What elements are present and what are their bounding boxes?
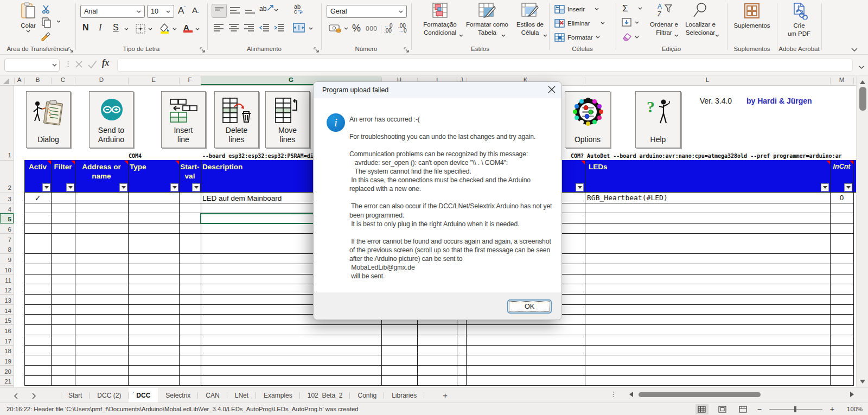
row-header-1[interactable]: 1 bbox=[8, 152, 11, 158]
clear-chevron-icon[interactable] bbox=[635, 36, 639, 39]
wrap-text-button[interactable]: abc bbox=[294, 4, 303, 14]
hscroll-left-icon[interactable] bbox=[629, 392, 633, 397]
vertical-scrollbar[interactable] bbox=[856, 76, 868, 387]
zoom-slider[interactable] bbox=[769, 409, 822, 410]
sheet-tab[interactable]: Config bbox=[350, 388, 384, 403]
format-as-table-button[interactable]: Formatar como Tabela bbox=[462, 2, 512, 36]
create-pdf-button[interactable]: Crie um PDF bbox=[781, 2, 817, 37]
bold-button[interactable]: N bbox=[82, 23, 89, 33]
sheet-tab[interactable]: Libraries bbox=[384, 388, 424, 403]
close-icon[interactable] bbox=[547, 86, 556, 94]
row-header[interactable]: 10 bbox=[0, 264, 14, 274]
row-header[interactable]: 20 bbox=[0, 366, 14, 376]
zoom-in-button[interactable]: + bbox=[830, 405, 834, 413]
font-dialog-launcher[interactable] bbox=[200, 47, 205, 53]
filter-dropdown-filter[interactable] bbox=[66, 183, 74, 191]
fill-color-chevron-icon[interactable] bbox=[173, 28, 177, 30]
row-header[interactable]: 8 bbox=[0, 244, 14, 254]
row-header[interactable]: 5 bbox=[0, 213, 14, 224]
row-header[interactable]: 6 bbox=[0, 224, 14, 234]
column-header-d[interactable]: D bbox=[75, 76, 128, 83]
tabs-scroll-left-icon[interactable] bbox=[11, 389, 21, 403]
copy-button[interactable] bbox=[41, 17, 52, 30]
ok-button[interactable]: OK bbox=[507, 299, 552, 314]
font-name-combo[interactable]: Arial bbox=[80, 5, 145, 18]
sheet-tab[interactable]: LNet bbox=[227, 388, 256, 403]
dialog-button[interactable]: Dialog bbox=[26, 91, 71, 148]
scroll-up-icon[interactable] bbox=[860, 80, 865, 84]
align-center-button[interactable] bbox=[229, 24, 239, 34]
name-box[interactable] bbox=[4, 59, 60, 72]
copy-chevron-icon[interactable] bbox=[56, 20, 61, 23]
filter-dropdown-k[interactable] bbox=[576, 183, 584, 191]
sort-filter-button[interactable]: AZ Ordenar e Filtrar bbox=[648, 2, 680, 36]
row-header[interactable]: 3 bbox=[0, 193, 14, 203]
increase-decimal-button[interactable]: ←0.00 bbox=[384, 23, 393, 33]
merge-chevron-icon[interactable] bbox=[309, 27, 313, 30]
help-button[interactable]: ? Help bbox=[635, 91, 681, 148]
sheet-tab[interactable]: DCC bbox=[129, 388, 158, 403]
row-header[interactable]: 11 bbox=[0, 274, 14, 285]
tab-menu-icon[interactable]: ⋮ bbox=[610, 390, 617, 398]
cell-leds[interactable]: RGB_Heartbeat(#LED) bbox=[587, 194, 668, 202]
merge-center-button[interactable] bbox=[293, 23, 305, 35]
column-header-l[interactable]: L bbox=[585, 76, 830, 83]
align-top-button[interactable] bbox=[212, 4, 227, 18]
delete-cells-chevron-icon[interactable] bbox=[601, 22, 605, 24]
row-header[interactable]: 14 bbox=[0, 305, 14, 315]
increase-font-button[interactable]: Aˆ bbox=[178, 5, 186, 16]
align-bottom-button[interactable] bbox=[245, 7, 255, 16]
percent-button[interactable]: % bbox=[352, 23, 361, 34]
row-header[interactable]: 12 bbox=[0, 284, 14, 295]
filter-dropdown-leds[interactable] bbox=[821, 183, 829, 191]
orientation-chevron-icon[interactable] bbox=[274, 9, 278, 11]
insert-line-button[interactable]: Insert line bbox=[161, 91, 206, 148]
underline-chevron-icon[interactable] bbox=[124, 28, 129, 30]
sheet-tab[interactable]: CAN bbox=[198, 388, 227, 403]
row-header[interactable]: 16 bbox=[0, 325, 14, 335]
filter-dropdown-activ[interactable] bbox=[42, 183, 50, 191]
cell-description[interactable]: LED auf dem Mainboard bbox=[202, 194, 282, 202]
sheet-tab[interactable]: 102_Beta_2 bbox=[300, 388, 350, 403]
font-color-button[interactable]: A bbox=[183, 23, 193, 33]
borders-button[interactable] bbox=[136, 24, 145, 36]
increase-indent-button[interactable] bbox=[273, 24, 284, 34]
font-color-chevron-icon[interactable] bbox=[195, 28, 200, 30]
move-lines-button[interactable]: Move lines bbox=[265, 91, 310, 148]
fill-button[interactable] bbox=[622, 18, 631, 29]
filter-dropdown-address[interactable] bbox=[119, 183, 127, 191]
conditional-formatting-button[interactable]: Formatação Condicional bbox=[420, 2, 460, 36]
cell-styles-button[interactable]: Estilos de Célula bbox=[513, 2, 547, 36]
row-header[interactable]: 9 bbox=[0, 254, 14, 264]
underline-button[interactable]: S bbox=[113, 23, 119, 33]
select-all-corner[interactable] bbox=[3, 78, 9, 84]
column-header-c[interactable]: C bbox=[51, 76, 75, 83]
column-header-m[interactable]: M bbox=[830, 76, 853, 83]
send-to-arduino-button[interactable]: Send to Arduino bbox=[89, 91, 133, 148]
column-header-f[interactable]: F bbox=[179, 76, 201, 83]
clear-button[interactable] bbox=[622, 33, 631, 43]
zoom-level[interactable]: 100% bbox=[842, 406, 863, 412]
cut-button[interactable] bbox=[41, 4, 51, 16]
autosum-chevron-icon[interactable] bbox=[638, 7, 642, 10]
sheet-tab[interactable]: Selectrix bbox=[158, 388, 198, 403]
column-header-a[interactable]: A bbox=[14, 76, 24, 83]
addins-button[interactable]: Suplementos bbox=[730, 2, 774, 30]
options-button[interactable]: Options bbox=[565, 91, 610, 148]
decrease-font-button[interactable]: Aˇ bbox=[192, 5, 199, 15]
row-header[interactable]: 4 bbox=[0, 203, 14, 214]
align-middle-button[interactable] bbox=[230, 7, 240, 16]
fx-icon[interactable]: fx bbox=[102, 58, 109, 68]
row-header[interactable]: 13 bbox=[0, 295, 14, 305]
find-select-button[interactable]: Localizar e Selecionar bbox=[682, 2, 718, 36]
delete-lines-button[interactable]: Delete lines bbox=[214, 91, 259, 148]
cancel-icon[interactable] bbox=[75, 60, 83, 71]
row-header[interactable]: 19 bbox=[0, 355, 14, 366]
row-header[interactable]: 21 bbox=[0, 375, 14, 386]
number-format-combo[interactable]: Geral bbox=[327, 5, 407, 18]
align-left-button[interactable] bbox=[214, 24, 224, 34]
row-header[interactable]: 17 bbox=[0, 335, 14, 346]
filter-dropdown-incnt[interactable] bbox=[844, 183, 852, 191]
cell-activ-check[interactable]: ✓ bbox=[24, 194, 51, 202]
formula-input[interactable] bbox=[117, 59, 853, 72]
